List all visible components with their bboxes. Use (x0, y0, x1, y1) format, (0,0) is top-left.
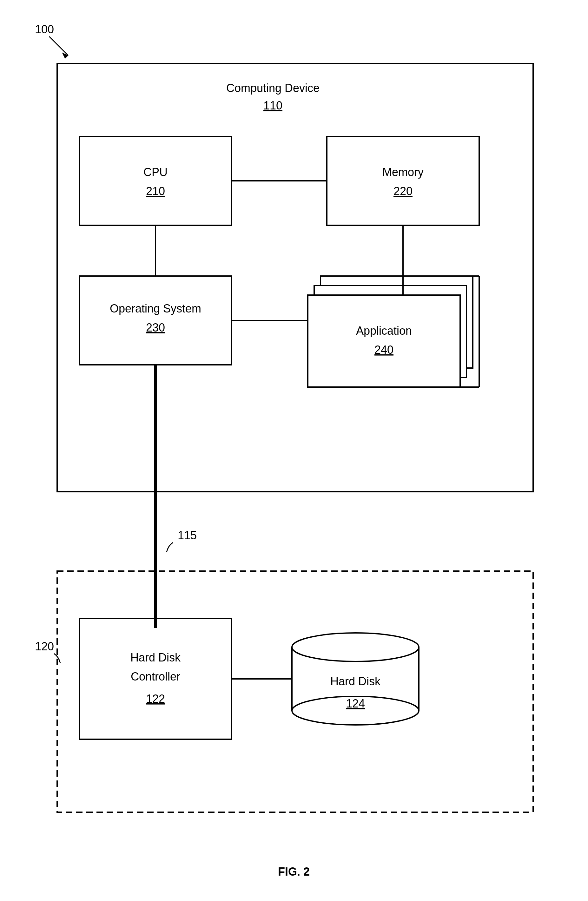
hd-label: Hard Disk (330, 675, 381, 688)
cpu-number: 210 (146, 185, 165, 198)
ref-number-100: 100 (35, 23, 54, 36)
computing-device-label: Computing Device (226, 81, 320, 95)
hdc-number: 122 (146, 692, 165, 705)
hdc-label2: Controller (131, 670, 180, 683)
computing-device-number: 110 (264, 99, 282, 112)
app-number: 240 (374, 343, 393, 356)
memory-number: 220 (393, 185, 413, 198)
os-number: 230 (146, 321, 165, 334)
hd-cylinder-top (292, 633, 419, 661)
cpu-box (80, 136, 232, 225)
diagram-container: 100 Computing Device 110 CPU 210 Memory … (0, 0, 588, 901)
cpu-label: CPU (143, 165, 168, 179)
memory-box (327, 136, 479, 225)
os-label: Operating System (110, 302, 201, 315)
app-label: Application (356, 324, 412, 337)
memory-label: Memory (382, 165, 424, 179)
svg-marker-1 (62, 52, 68, 59)
svg-line-0 (49, 36, 68, 56)
subsystem-label: 120 (35, 640, 54, 653)
hd-number: 124 (346, 697, 365, 710)
hdc-label1: Hard Disk (130, 651, 181, 664)
figure-label: FIG. 2 (278, 865, 310, 878)
bus-label: 115 (178, 529, 197, 542)
os-box (80, 276, 232, 365)
app-box-front (308, 295, 460, 387)
